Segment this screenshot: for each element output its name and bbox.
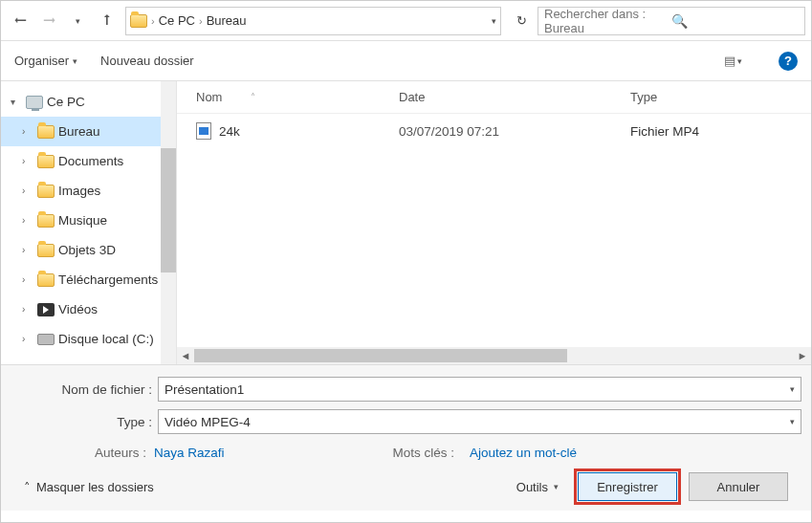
folder-icon [37,214,55,228]
folder-icon [130,14,147,28]
folder-icon [37,125,55,139]
scrollbar-thumb[interactable] [194,349,567,362]
tree-item-images[interactable]: › Images [1,176,176,206]
column-header-date[interactable]: Date [391,90,623,104]
recent-dropdown[interactable]: ▾ [64,8,91,34]
organize-button[interactable]: Organiser ▾ [14,54,77,68]
tree-item-videos[interactable]: › Vidéos [1,294,176,324]
tree-item-disque-local[interactable]: › Disque local (C:) [1,324,176,354]
chevron-right-icon[interactable]: › [22,274,33,285]
column-header-type[interactable]: Type [623,90,811,104]
help-icon[interactable]: ? [779,52,798,71]
folder-tree[interactable]: ▾ Ce PC › Bureau › Documents › Images › … [1,81,177,364]
breadcrumb-segment[interactable]: Bureau [207,13,247,28]
chevron-up-icon: ˄ [24,480,31,494]
tree-item-telechargements[interactable]: › Téléchargements [1,265,176,294]
chevron-down-icon[interactable]: ▾ [492,16,496,26]
tags-label: Mots clés : [393,446,455,460]
file-icon [196,122,211,140]
file-list[interactable]: Nom ˄ Date Type 24k 03/07/2019 07:21 Fic… [177,81,811,364]
breadcrumb-segment[interactable]: Ce PC [159,13,195,28]
search-input[interactable]: Rechercher dans : Bureau 🔍 [538,7,805,35]
tree-item-documents[interactable]: › Documents [1,146,176,176]
back-button[interactable]: 🠔 [7,8,33,34]
chevron-down-icon[interactable]: ▾ [790,384,795,394]
authors-label: Auteurs : [95,446,146,460]
authors-value[interactable]: Naya Razafi [154,446,225,460]
refresh-button[interactable]: ↻ [507,7,536,35]
tags-value[interactable]: Ajoutez un mot-clé [470,446,577,460]
forward-button[interactable]: 🠖 [35,8,62,34]
file-name: 24k [219,124,240,139]
folder-icon [37,244,55,257]
chevron-right-icon[interactable]: › [22,126,33,137]
video-icon [37,303,55,316]
save-button[interactable]: Enregistrer [578,472,677,501]
drive-icon [37,334,55,345]
sort-indicator-icon: ˄ [251,92,255,102]
scroll-left-icon[interactable]: ◄ [177,350,194,361]
chevron-right-icon[interactable]: › [22,156,33,166]
filename-input[interactable]: Présentation1 ▾ [158,377,801,402]
chevron-right-icon[interactable]: › [22,304,33,315]
breadcrumb[interactable]: › Ce PC › Bureau ▾ [125,7,501,35]
chevron-right-icon[interactable]: › [22,245,33,255]
chevron-right-icon: › [199,15,203,27]
chevron-down-icon[interactable]: ▾ [11,97,22,107]
tree-item-bureau[interactable]: › Bureau [1,117,176,146]
folder-icon [37,273,55,287]
new-folder-button[interactable]: Nouveau dossier [100,54,194,68]
column-header-name[interactable]: Nom ˄ [177,90,391,104]
filename-label: Nom de fichier : [11,382,158,397]
tree-item-musique[interactable]: › Musique [1,206,176,235]
view-mode-button[interactable]: ▤ ▾ [724,54,742,68]
scrollbar-thumb[interactable] [161,148,176,272]
chevron-right-icon[interactable]: › [22,334,33,344]
tools-button[interactable]: Outils ▾ [516,480,559,494]
chevron-right-icon[interactable]: › [22,185,33,196]
chevron-down-icon: ▾ [554,482,559,491]
file-date: 03/07/2019 07:21 [391,124,623,139]
scroll-right-icon[interactable]: ► [794,350,811,361]
chevron-down-icon: ▾ [73,56,77,66]
filetype-label: Type : [11,415,158,429]
chevron-right-icon[interactable]: › [22,215,33,226]
search-icon[interactable]: 🔍 [671,13,799,29]
folder-icon [37,185,55,198]
hide-folders-button[interactable]: ˄ Masquer les dossiers [24,480,154,494]
tree-root-ce-pc[interactable]: ▾ Ce PC [1,87,176,117]
chevron-right-icon: › [151,15,155,27]
search-placeholder: Rechercher dans : Bureau [544,7,671,35]
cancel-button[interactable]: Annuler [689,472,788,501]
file-type: Fichier MP4 [623,124,811,139]
tree-item-objets-3d[interactable]: › Objets 3D [1,235,176,265]
folder-icon [37,155,55,168]
up-button[interactable]: 🠕 [93,8,120,34]
pc-icon [26,96,43,109]
horizontal-scrollbar[interactable]: ◄ ► [177,347,811,364]
filetype-select[interactable]: Vidéo MPEG-4 ▾ [158,409,801,434]
chevron-down-icon[interactable]: ▾ [790,417,795,426]
file-row[interactable]: 24k 03/07/2019 07:21 Fichier MP4 [177,114,811,148]
